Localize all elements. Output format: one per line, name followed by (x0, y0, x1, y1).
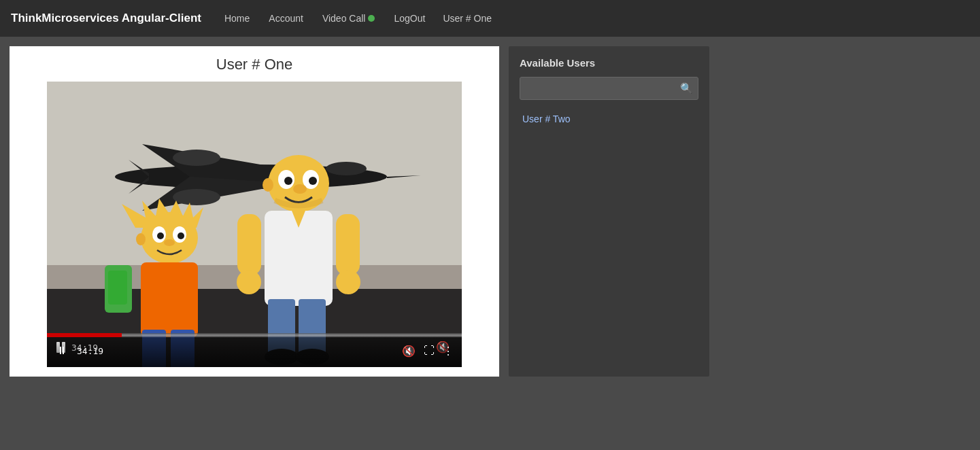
svg-point-30 (141, 212, 198, 264)
svg-point-16 (309, 177, 317, 185)
svg-rect-45 (108, 271, 127, 305)
svg-point-8 (173, 189, 220, 205)
video-controls-bar: ⏸ 34:19 🔇 ⛶ ⋮ (47, 334, 462, 367)
mute-icon[interactable]: 🔇 (402, 345, 416, 358)
svg-rect-23 (237, 214, 261, 275)
video-frame: 34:19 🔇 (47, 82, 462, 367)
nav-link-logout[interactable]: LogOut (392, 10, 426, 27)
video-time: 34:19 (77, 346, 103, 356)
nav-video-call-label: Video Call (322, 13, 366, 24)
navbar: ThinkMicroservices Angular-Client Home A… (0, 0, 980, 37)
svg-point-25 (237, 270, 261, 294)
svg-rect-24 (336, 214, 360, 275)
list-item[interactable]: User # Two (520, 109, 698, 128)
search-icon-button[interactable]: 🔍 (680, 82, 693, 94)
video-title: User # One (19, 56, 490, 73)
available-users-sidebar: Available Users 🔍 User # Two (509, 46, 709, 377)
main-content: User # One (0, 37, 980, 386)
more-options-icon[interactable]: ⋮ (443, 345, 454, 358)
pause-button[interactable]: ⏸ (55, 343, 69, 358)
video-progress-bar[interactable] (47, 334, 462, 337)
search-icon: 🔍 (680, 82, 693, 94)
svg-point-34 (178, 232, 184, 239)
svg-point-5 (326, 162, 367, 175)
nav-link-video-call[interactable]: Video Call (321, 10, 377, 27)
fullscreen-icon[interactable]: ⛶ (424, 345, 435, 357)
svg-point-9 (173, 150, 220, 166)
nav-link-home[interactable]: Home (223, 10, 251, 27)
video-section: User # One (10, 46, 499, 377)
nav-brand: ThinkMicroservices Angular-Client (11, 12, 201, 25)
svg-point-26 (336, 270, 360, 294)
svg-point-36 (136, 233, 146, 245)
svg-point-18 (263, 178, 273, 192)
video-progress-fill (47, 334, 122, 337)
svg-point-33 (157, 232, 164, 239)
nav-current-user: User # One (443, 13, 492, 24)
sidebar-title: Available Users (520, 57, 698, 69)
search-input[interactable] (520, 77, 698, 100)
online-indicator-icon (368, 15, 375, 22)
video-player[interactable]: 34:19 🔇 ⏸ 34:19 🔇 (47, 82, 462, 367)
nav-link-account[interactable]: Account (267, 10, 305, 27)
svg-point-35 (164, 239, 175, 246)
svg-point-17 (293, 184, 307, 194)
search-box: 🔍 (520, 77, 698, 100)
svg-rect-37 (141, 262, 198, 337)
svg-point-15 (284, 177, 292, 185)
